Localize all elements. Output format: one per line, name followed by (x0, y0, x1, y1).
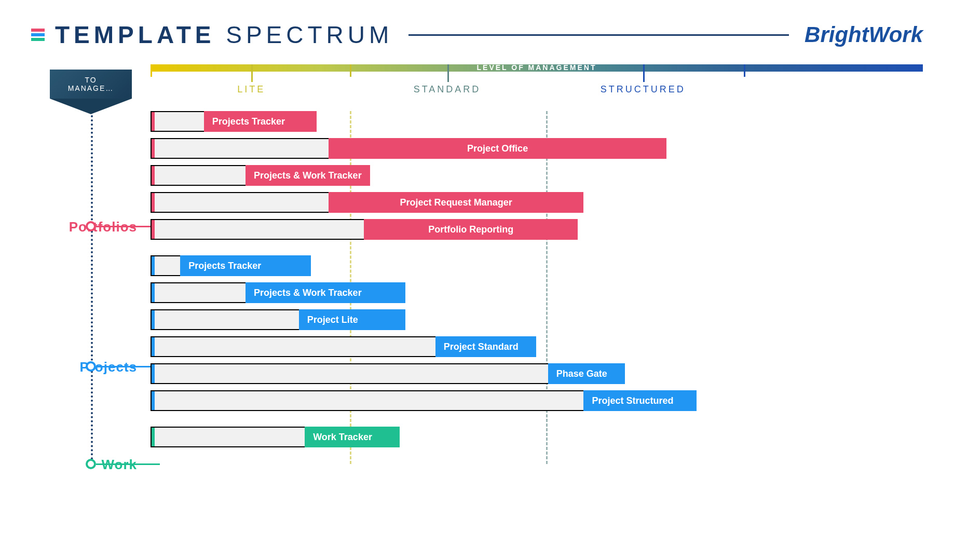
template-icon (31, 29, 45, 41)
bar-row: Projects Tracker (151, 255, 923, 276)
bar-row: Projects & Work Tracker (151, 165, 923, 186)
level-label-standard: STANDARD (414, 84, 481, 95)
bar-group-work: Work Tracker (151, 427, 923, 447)
title-part-b: SPECTRUM (226, 21, 393, 48)
bar-row: Work Tracker (151, 427, 923, 447)
bar-accent (152, 139, 155, 158)
bar-accent (152, 337, 155, 356)
bar-row: Project Office (151, 138, 923, 159)
bar-fill: Projects Tracker (180, 255, 310, 276)
level-label-structured: STRUCTURED (601, 84, 686, 95)
bar-group-projects: Projects TrackerProjects & Work TrackerP… (151, 255, 923, 411)
title-divider (408, 34, 789, 36)
bar-accent (152, 310, 155, 329)
bar-row: Projects Tracker (151, 111, 923, 132)
to-manage-badge: TO MANAGE… (50, 70, 132, 99)
bar-row: Project Lite (151, 309, 923, 330)
bar-accent (152, 283, 155, 302)
bar-row: Projects & Work Tracker (151, 282, 923, 303)
bar-accent (152, 391, 155, 410)
bar-row: Project Request Manager (151, 192, 923, 213)
bar-fill: Work Tracker (305, 427, 400, 447)
brand-logo: BrightWork (805, 22, 923, 47)
bar-fill: Portfolio Reporting (364, 219, 577, 240)
bar-accent (152, 220, 155, 239)
bar-row: Project Structured (151, 390, 923, 411)
bar-fill: Projects Tracker (204, 111, 317, 132)
bar-accent (152, 256, 155, 275)
bar-fill: Project Lite (299, 309, 406, 330)
bar-group-portfolios: Projects TrackerProject OfficeProjects &… (151, 111, 923, 240)
category-connector-work (96, 463, 160, 465)
level-tick-lite (251, 64, 253, 82)
chart-column: LEVEL OF MANAGEMENT LITESTANDARDSTRUCTUR… (151, 64, 923, 463)
to-manage-line1: TO (85, 76, 97, 84)
bar-fill: Project Standard (435, 336, 536, 357)
level-tick-structured (643, 64, 645, 82)
bar-fill: Project Structured (583, 390, 696, 411)
category-dot-projects (86, 361, 96, 372)
page-header: TEMPLATE SPECTRUM BrightWork (31, 21, 923, 49)
bar-accent (152, 166, 155, 185)
bar-accent (152, 364, 155, 383)
level-header: LEVEL OF MANAGEMENT LITESTANDARDSTRUCTUR… (151, 64, 923, 111)
bar-accent (152, 193, 155, 212)
level-tick-standard (447, 64, 449, 82)
spectrum-diagram: TO MANAGE… PortfoliosProjectsWork LEVEL … (31, 64, 923, 463)
bar-fill: Phase Gate (548, 363, 625, 384)
bar-row: Phase Gate (151, 363, 923, 384)
end-tick (151, 64, 152, 77)
to-manage-line2: MANAGE… (68, 84, 114, 92)
level-label-lite: LITE (237, 84, 265, 95)
bar-fill: Projects & Work Tracker (246, 165, 370, 186)
level-header-title: LEVEL OF MANAGEMENT (151, 63, 923, 72)
category-column: TO MANAGE… PortfoliosProjectsWork (31, 64, 151, 463)
category-dot-work (86, 459, 96, 469)
category-spine (91, 115, 93, 468)
end-tick (744, 64, 745, 77)
bar-accent (152, 428, 155, 446)
title-part-a: TEMPLATE (55, 21, 215, 48)
bar-row: Project Standard (151, 336, 923, 357)
title-block: TEMPLATE SPECTRUM (31, 21, 393, 49)
bar-fill: Project Request Manager (329, 192, 583, 213)
bar-accent (152, 112, 155, 131)
category-dot-portfolios (86, 221, 96, 231)
page-title: TEMPLATE SPECTRUM (55, 21, 393, 49)
bar-fill: Project Office (329, 138, 667, 159)
end-tick (350, 64, 351, 77)
bar-row: Portfolio Reporting (151, 219, 923, 240)
bar-fill: Projects & Work Tracker (246, 282, 406, 303)
